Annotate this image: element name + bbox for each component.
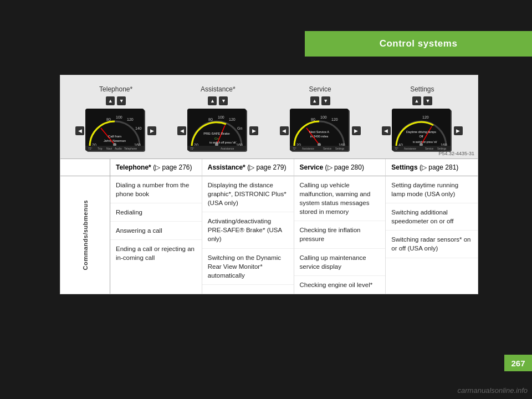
- svg-text:Daytime driving lamps: Daytime driving lamps: [406, 130, 436, 134]
- commands-submenus-label: Commands/submenus: [82, 200, 89, 270]
- svg-text:Service: Service: [425, 147, 434, 150]
- col-header-settings-sub: (▷ page 281): [420, 163, 458, 171]
- settings-gauge-front: 40 120 160 Daytime driving lamps Off to …: [392, 109, 451, 151]
- assistance-data-col: Displaying the distance graphic*, DISTRO…: [202, 176, 294, 294]
- svg-text:140: 140: [135, 126, 142, 130]
- telephone-speedo-stack: 80 100 20 80 100 120 140 160: [85, 109, 146, 153]
- service-cell-1: Checking tire inflation pressure: [294, 221, 386, 248]
- service-gauge-front: 20 80 100 120 160 Next Service A in 3400…: [290, 109, 349, 151]
- svg-text:120: 120: [229, 117, 236, 121]
- svg-text:to switch on press 'ok': to switch on press 'ok': [413, 141, 437, 144]
- col-header-service-bold: Service: [300, 163, 324, 171]
- col-header-settings: Settings (▷ page 281): [386, 159, 478, 176]
- telephone-cell-2: Answering a call: [110, 222, 202, 240]
- row-label: Commands/submenus: [60, 176, 110, 294]
- col-header-telephone-sub: (▷ page 276): [153, 163, 192, 171]
- assistance-up-arrow[interactable]: ▲: [208, 96, 217, 105]
- col-header-service-sub: (▷ page 280): [325, 163, 364, 171]
- logo-text: carmanualsonline.info: [458, 386, 528, 395]
- col-header-telephone-bold: Telephone*: [116, 163, 151, 171]
- settings-cell-0: Setting daytime running lamp mode (USA o…: [386, 176, 478, 203]
- assistance-right-arrow[interactable]: ▶: [249, 126, 258, 135]
- telephone-data-col: Dialing a number from the phone book Red…: [110, 176, 202, 294]
- svg-text:to switch off press 'ok': to switch off press 'ok': [209, 141, 237, 144]
- telephone-cell-3: Ending a call or rejecting an in-coming …: [110, 240, 202, 267]
- svg-text:Next Service A: Next Service A: [309, 130, 329, 134]
- assistance-cell-3: [202, 285, 294, 294]
- dash-section-settings: Settings ▲ ▼ ◀ 40 120 160: [372, 85, 472, 153]
- telephone-speedo-container: ◀ 80 100 20 80: [75, 109, 156, 153]
- service-data-col: Calling up vehicle malfunction, warning …: [294, 176, 386, 294]
- assistance-cell-2: Switching on the Dynamic Rear View Monit…: [202, 249, 294, 285]
- settings-up-arrow[interactable]: ▲: [412, 96, 421, 105]
- telephone-cell-1: Redialing: [110, 203, 202, 222]
- svg-text:120: 120: [422, 115, 429, 119]
- svg-text:Off: Off: [419, 135, 423, 138]
- service-down-arrow[interactable]: ▼: [321, 96, 330, 105]
- service-cell-3: Checking engine oil level*: [294, 276, 386, 294]
- assistance-left-arrow[interactable]: ◀: [177, 126, 186, 135]
- svg-text:Call from: Call from: [108, 135, 121, 138]
- svg-rect-33: [187, 146, 246, 151]
- main-content: Telephone* ▲ ▼ ◀ 80 100: [60, 75, 478, 294]
- assistance-label: Assistance*: [201, 85, 236, 93]
- svg-text:Telephone: Telephone: [124, 147, 137, 150]
- assistance-down-arrow[interactable]: ▼: [219, 96, 228, 105]
- telephone-gauge-front: 20 80 100 120 140 160 Call from John, Ne…: [85, 109, 144, 151]
- settings-arrows: ▲ ▼: [412, 96, 432, 105]
- settings-speedo-container: ◀ 40 120 160 Daytime driving lam: [382, 109, 463, 153]
- svg-text:Gn: Gn: [214, 137, 219, 140]
- settings-cell-1: Switching additional speedometer on or o…: [386, 203, 478, 231]
- table-corner: [60, 159, 110, 176]
- svg-text:72°: 72°: [293, 147, 296, 150]
- dashboard-area: Telephone* ▲ ▼ ◀ 80 100: [60, 75, 478, 158]
- svg-text:PRE-SAFE Brake: PRE-SAFE Brake: [204, 132, 231, 135]
- telephone-down-arrow[interactable]: ▼: [117, 96, 126, 105]
- svg-text:Audio: Audio: [115, 147, 122, 150]
- service-right-arrow[interactable]: ▶: [352, 126, 361, 135]
- page-title: Control systems: [380, 38, 458, 49]
- settings-left-arrow[interactable]: ◀: [382, 126, 391, 135]
- assistance-cell-0: Displaying the distance graphic*, DISTRO…: [202, 176, 294, 212]
- settings-right-arrow[interactable]: ▶: [454, 126, 463, 135]
- svg-text:72°: 72°: [190, 147, 195, 150]
- telephone-left-arrow[interactable]: ◀: [75, 126, 84, 135]
- svg-text:80: 80: [311, 117, 315, 121]
- svg-text:120: 120: [331, 117, 338, 121]
- svg-text:John, Newman: John, Newman: [104, 139, 126, 142]
- dash-section-assistance: Assistance* ▲ ▼ ◀ 20 80: [168, 85, 268, 153]
- service-left-arrow[interactable]: ◀: [280, 126, 289, 135]
- page-number-badge: 267: [504, 355, 532, 371]
- telephone-label: Telephone*: [99, 85, 132, 93]
- ref-number: P54.32-4435-31: [438, 151, 474, 156]
- settings-cell-3: [386, 258, 478, 267]
- svg-text:Navi: Navi: [106, 147, 112, 150]
- settings-cell-2: Switching radar sensors* on or off (USA …: [386, 231, 478, 258]
- assistance-speedo-container: ◀ 20 80 100 120 Gn 16: [177, 109, 258, 153]
- service-arrows: ▲ ▼: [310, 96, 330, 105]
- telephone-right-arrow[interactable]: ▶: [147, 126, 156, 135]
- telephone-up-arrow[interactable]: ▲: [106, 96, 115, 105]
- col-header-assistance: Assistance* (▷ page 279): [202, 159, 294, 176]
- dash-section-service: Service ▲ ▼ ◀ 20 80 100: [270, 85, 370, 153]
- service-speedo-stack: 20 80 100 120 160 Next Service A in 3400…: [290, 109, 351, 153]
- svg-text:Service: Service: [323, 147, 332, 150]
- col-header-assistance-bold: Assistance*: [208, 163, 245, 171]
- svg-text:100: 100: [320, 115, 327, 119]
- svg-text:Settings: Settings: [335, 147, 345, 150]
- settings-down-arrow[interactable]: ▼: [423, 96, 432, 105]
- header-bar: Control systems: [305, 31, 532, 57]
- svg-text:Assistance: Assistance: [404, 147, 416, 150]
- service-cell-0: Calling up vehicle malfunction, warning …: [294, 176, 386, 221]
- svg-text:100: 100: [218, 115, 224, 119]
- svg-text:Trip: Trip: [98, 147, 103, 150]
- service-label: Service: [309, 85, 331, 93]
- svg-text:72°: 72°: [395, 147, 398, 150]
- service-cell-2: Calling up maintenance service display: [294, 249, 386, 276]
- service-up-arrow[interactable]: ▲: [310, 96, 319, 105]
- dash-section-telephone: Telephone* ▲ ▼ ◀ 80 100: [66, 85, 166, 153]
- col-header-settings-bold: Settings: [391, 163, 417, 171]
- svg-text:72°: 72°: [88, 147, 93, 150]
- service-speedo-container: ◀ 20 80 100 120 160: [280, 109, 361, 153]
- svg-text:120: 120: [127, 117, 134, 121]
